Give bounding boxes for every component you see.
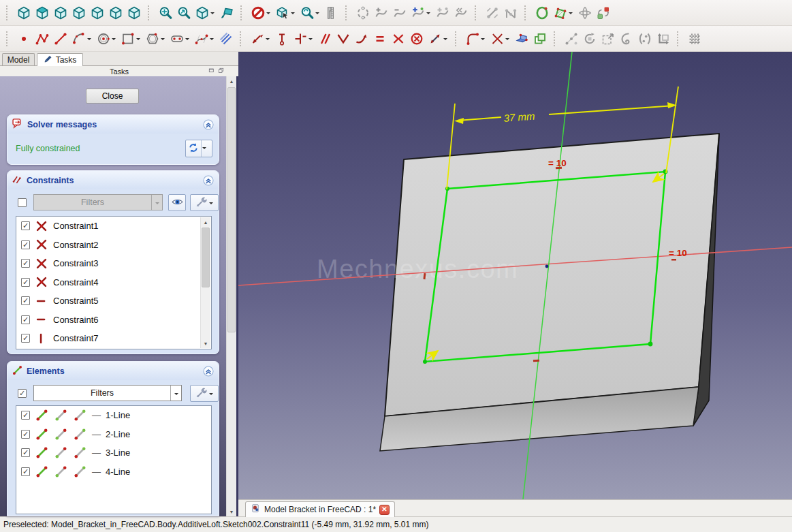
elements-header[interactable]: Elements <box>7 362 219 380</box>
modify-knot-multiplicity-button[interactable] <box>409 3 433 23</box>
dropdown-arrow-icon[interactable] <box>505 38 509 42</box>
toolbar-drag-handle[interactable] <box>240 31 244 46</box>
close-button[interactable]: Close <box>86 89 139 104</box>
scrollbar-thumb[interactable] <box>202 228 210 287</box>
update-solver-button[interactable] <box>185 140 212 157</box>
constraint-visibility-checkbox[interactable]: ✓ <box>21 221 30 230</box>
equal-constraint-label-top[interactable]: = 10 <box>548 158 567 168</box>
toolbar-drag-handle[interactable] <box>677 31 682 46</box>
bspline-periodic-button[interactable] <box>533 3 551 23</box>
scroll-down-arrow[interactable]: ▼ <box>201 339 210 348</box>
trim-edge-button[interactable] <box>488 29 512 49</box>
switch-virtual-space-button[interactable] <box>594 3 612 23</box>
element-row[interactable]: ✓—1-Line <box>16 406 211 425</box>
constrain-parallel-button[interactable] <box>315 29 334 49</box>
create-polygon-button[interactable] <box>143 29 168 49</box>
bspline-polygon-button[interactable] <box>551 3 575 23</box>
select-axes-button[interactable] <box>635 29 654 49</box>
dropdown-arrow-icon[interactable] <box>210 38 214 42</box>
dropdown-arrow-icon[interactable] <box>291 12 295 16</box>
create-circle-button[interactable] <box>94 29 118 49</box>
constraint-row[interactable]: ✓Constraint4 <box>16 273 211 292</box>
element-visibility-checkbox[interactable]: ✓ <box>21 430 30 439</box>
dropdown-arrow-icon[interactable] <box>87 38 91 42</box>
constraints-filter-combo[interactable]: Filters <box>33 194 163 210</box>
constraint-visibility-checkbox[interactable]: ✓ <box>21 334 30 343</box>
constraint-visibility-checkbox[interactable]: ✓ <box>21 315 30 324</box>
select-redundant-constraints-button[interactable] <box>580 29 599 49</box>
elements-settings-button[interactable] <box>190 385 219 402</box>
tab-tasks[interactable]: Tasks <box>37 53 83 66</box>
elements-filter-checkbox[interactable]: ✓ <box>18 389 27 398</box>
constraints-filter-checkbox[interactable] <box>18 198 27 207</box>
toolbar-drag-handle[interactable] <box>554 31 558 46</box>
constraint-row[interactable]: ✓Constraint2 <box>16 236 211 255</box>
show-bspline-degree-button[interactable] <box>483 3 501 23</box>
create-slot-button[interactable] <box>168 29 192 49</box>
close-document-icon[interactable]: ✕ <box>379 505 390 515</box>
draw-style-button[interactable] <box>273 3 298 23</box>
constraint-row[interactable]: ✓Constraint7 <box>16 329 211 348</box>
show-hide-constraints-button[interactable] <box>168 194 186 211</box>
dropdown-arrow-icon[interactable] <box>210 12 215 16</box>
solver-messages-header[interactable]: Solver messages <box>7 115 219 134</box>
toolbar-drag-handle[interactable] <box>455 31 460 46</box>
constrain-tangent-button[interactable] <box>352 29 370 49</box>
elements-filter-combo[interactable]: Filters <box>33 385 182 401</box>
dropdown-arrow-icon[interactable] <box>112 38 116 42</box>
select-malformed-constraints-button[interactable] <box>617 29 635 49</box>
dropdown-arrow-icon[interactable] <box>161 38 165 42</box>
constraints-settings-button[interactable] <box>190 194 219 211</box>
sketch-vertex[interactable] <box>648 342 653 347</box>
fit-selection-button[interactable] <box>174 3 193 23</box>
constraints-header[interactable]: Constraints <box>7 171 219 189</box>
show-bspline-control-polygon-button[interactable] <box>501 3 520 23</box>
element-visibility-checkbox[interactable]: ✓ <box>21 448 30 457</box>
constraint-row[interactable]: ✓Constraint6 <box>16 311 211 330</box>
collapse-chevron-icon[interactable] <box>202 119 215 131</box>
toggle-grid-button[interactable] <box>685 29 703 49</box>
document-tab[interactable]: Model Bracket in FreeCAD : 1* ✕ <box>245 501 395 517</box>
toolbar-drag-handle[interactable] <box>6 31 11 46</box>
toolbar-drag-handle[interactable] <box>6 5 11 20</box>
collapse-chevron-icon[interactable] <box>202 365 215 377</box>
3d-viewport[interactable]: Mechnexus.com <box>238 52 792 499</box>
element-row[interactable]: ✓—3-Line <box>16 443 211 463</box>
element-visibility-checkbox[interactable]: ✓ <box>21 411 30 420</box>
insert-knot-button[interactable] <box>433 3 452 23</box>
view-rear-button[interactable] <box>88 3 106 23</box>
create-polyline-button[interactable] <box>33 29 51 49</box>
dropdown-arrow-icon[interactable] <box>426 12 430 16</box>
convert-to-bspline-button[interactable] <box>353 3 372 23</box>
zoom-tools-button[interactable] <box>298 3 322 23</box>
select-associated-constraints-button[interactable] <box>562 29 580 49</box>
align-to-selection-button[interactable] <box>217 3 236 23</box>
constraint-row[interactable]: ✓Constraint3 <box>16 254 211 273</box>
view-isometric-button[interactable] <box>14 3 33 23</box>
external-geometry-button[interactable] <box>512 29 530 49</box>
origin-point[interactable] <box>545 265 549 268</box>
constraints-list-scrollbar[interactable]: ▲▼ <box>200 217 210 348</box>
select-origin-button[interactable] <box>654 29 672 49</box>
scroll-up-arrow[interactable]: ▲ <box>201 217 210 227</box>
dropdown-arrow-icon[interactable] <box>266 12 270 16</box>
constrain-block-button[interactable] <box>407 29 426 49</box>
view-top-button[interactable] <box>51 3 69 23</box>
constrain-lock-button[interactable] <box>426 29 450 49</box>
view-right-button[interactable] <box>69 3 88 23</box>
dropdown-arrow-icon[interactable] <box>569 12 573 16</box>
create-rectangle-button[interactable] <box>118 29 143 49</box>
toolbar-drag-handle[interactable] <box>240 5 245 20</box>
dimension-label[interactable]: 37 mm <box>503 110 535 124</box>
dropdown-arrow-icon[interactable] <box>308 38 313 42</box>
equal-constraint-label-right[interactable]: = 10 <box>669 248 687 258</box>
toggle-construction-geometry-button[interactable] <box>217 29 235 49</box>
constraint-visibility-checkbox[interactable]: ✓ <box>21 278 30 287</box>
create-point-button[interactable] <box>14 29 33 49</box>
view-front-button[interactable] <box>33 3 51 23</box>
collapse-chevron-icon[interactable] <box>202 174 215 187</box>
constraint-visibility-checkbox[interactable]: ✓ <box>21 296 30 305</box>
bspline-comb-button[interactable] <box>575 3 594 23</box>
fillet-button[interactable] <box>463 29 488 49</box>
carbon-copy-button[interactable] <box>530 29 549 49</box>
